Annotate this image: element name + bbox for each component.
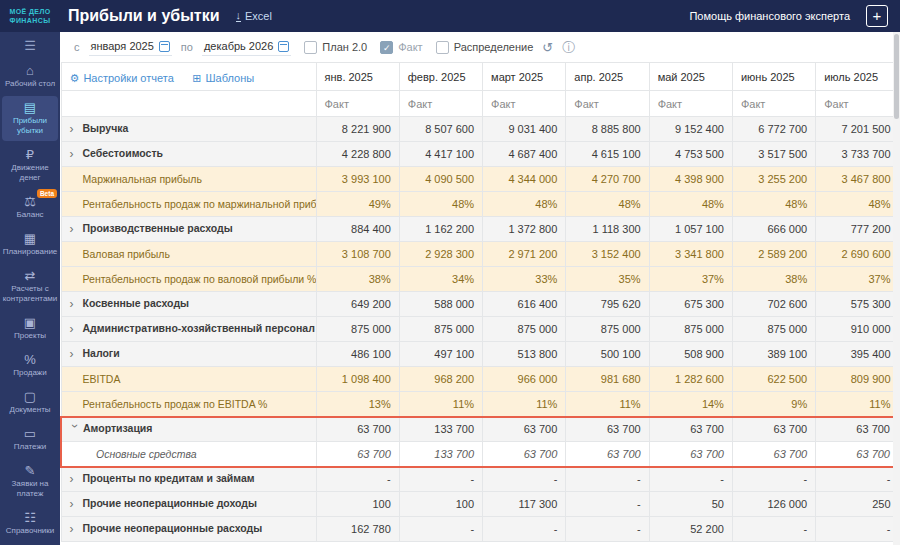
row-label-cell[interactable]: ›Производственные расходы [61, 217, 316, 242]
cell-value: 50 [649, 492, 732, 517]
cell-value: 675 300 [649, 292, 732, 317]
cell-value: 809 900 [816, 367, 899, 392]
cell-value: 4 753 500 [649, 142, 732, 167]
cell-value: 11% [816, 392, 899, 417]
chevron-right-icon[interactable]: › [70, 347, 83, 361]
cell-value: 8 885 800 [566, 117, 649, 142]
row-label-cell[interactable]: ›Прочие неоперационные доходы [61, 492, 316, 517]
cell-value: 63 700 [316, 417, 399, 442]
sidebar-item-dashboard[interactable]: ⌂Рабочий стол [2, 59, 58, 94]
add-button[interactable]: + [866, 5, 888, 27]
chevron-right-icon[interactable]: › [70, 522, 83, 536]
row-label-cell[interactable]: ›Амортизация [61, 417, 316, 442]
row-label-cell: Валовая прибыль [61, 242, 316, 267]
cell-value: 875 000 [399, 317, 482, 342]
distribution-checkbox[interactable]: Распределение [436, 41, 534, 54]
chevron-right-icon[interactable]: › [70, 122, 83, 136]
sidebar-item-sales[interactable]: %Продажи [2, 348, 58, 383]
book-icon: ☷ [24, 510, 36, 525]
fact-checkbox[interactable]: ✓ Факт [380, 41, 422, 54]
sidebar-item-projects[interactable]: ▣Проекты [2, 311, 58, 346]
cell-value: 875 000 [732, 317, 815, 342]
date-to-input[interactable]: декабрь 2026 [202, 38, 291, 56]
row-label-cell[interactable]: ›Проценты по кредитам и займам [61, 467, 316, 492]
beta-badge: Beta [37, 189, 57, 198]
chevron-right-icon[interactable]: › [70, 147, 83, 161]
cell-value: 500 100 [566, 342, 649, 367]
date-from-input[interactable]: января 2025 [89, 38, 172, 56]
table-row: Валовая прибыль3 108 7002 928 3002 971 2… [61, 242, 899, 267]
sidebar-item-payments[interactable]: ▭Платежи [2, 422, 58, 457]
chevron-right-icon[interactable]: › [70, 222, 83, 236]
sidebar-item-balance[interactable]: ⚖БалансBeta [2, 190, 58, 225]
sidebar-item-profit-loss[interactable]: ▤Прибыли убытки [2, 96, 58, 141]
cell-value: 48% [483, 192, 566, 217]
fact-subheader: Факт [649, 91, 732, 117]
table-row: ›Налоги486 100497 100513 800500 100508 9… [61, 342, 899, 367]
templates-link[interactable]: ⊞ Шаблоны [192, 72, 254, 85]
row-label-cell[interactable]: ›Косвенные расходы [61, 292, 316, 317]
sidebar-item-documents[interactable]: ▢Документы [2, 385, 58, 420]
scrollbar-thumb[interactable] [894, 34, 899, 119]
cell-value: 4 687 400 [483, 142, 566, 167]
cell-value: - [732, 517, 815, 542]
column-header: июнь 2025 [732, 63, 815, 91]
fact-subheader: Факт [816, 91, 899, 117]
refresh-icon[interactable]: ↺ [542, 41, 553, 54]
row-label: Прочие неоперационные доходы [83, 497, 258, 509]
date-to-label: по [181, 41, 193, 53]
chevron-down-icon[interactable]: › [68, 424, 82, 434]
cell-value: 13% [316, 392, 399, 417]
sidebar-item-directories[interactable]: ☷Справочники [2, 506, 58, 541]
cell-value: 38% [732, 267, 815, 292]
sidebar-item-planning[interactable]: ▦Планирование [2, 227, 58, 262]
row-label-cell[interactable]: ›Административно-хозяйственный персонал [61, 317, 316, 342]
cell-value: - [483, 467, 566, 492]
cell-value: - [816, 517, 899, 542]
menu-collapse-icon[interactable]: ☰ [0, 34, 60, 58]
cell-value: 37% [649, 267, 732, 292]
row-label-cell[interactable]: ›Выручка [61, 117, 316, 142]
distribution-checkbox-label: Распределение [454, 41, 534, 53]
cell-value: 33% [483, 267, 566, 292]
cell-value: 6 772 700 [732, 117, 815, 142]
row-label-cell[interactable]: ›Налоги [61, 342, 316, 367]
cell-value: 884 400 [316, 217, 399, 242]
table-row: Рентабельность продаж по маржинальной пр… [61, 192, 899, 217]
excel-export-link[interactable]: ↓ Excel [236, 10, 272, 22]
top-header: МОЁ ДЕЛО ФИНАНСЫ Прибыли и убытки ↓ Exce… [0, 0, 900, 32]
expert-help-link[interactable]: Помощь финансового эксперта [689, 10, 850, 22]
vertical-scrollbar[interactable] [893, 32, 900, 545]
fact-subheader: Факт [483, 91, 566, 117]
row-label: Рентабельность продаж по валовой прибыли… [83, 273, 317, 285]
cell-value: - [649, 467, 732, 492]
cell-value: - [316, 467, 399, 492]
sidebar-item-cash-flow[interactable]: ₽Движение денег [2, 143, 58, 188]
row-label-cell[interactable]: ›Себестоимость [61, 142, 316, 167]
cell-value: 48% [399, 192, 482, 217]
cell-value: 100 [399, 492, 482, 517]
report-settings-label: Настройки отчета [83, 72, 173, 84]
cell-value: 7 201 500 [816, 117, 899, 142]
row-label: EBITDA [83, 373, 121, 385]
info-icon[interactable]: ⓘ [562, 41, 575, 54]
pencil-icon: ✎ [25, 463, 36, 478]
row-label: Рентабельность продаж по маржинальной пр… [83, 198, 317, 210]
column-header: янв. 2025 [316, 63, 399, 91]
fact-header-row: ФактФактФактФактФактФактФакт [61, 91, 899, 117]
sidebar-item-counterparty-settlements[interactable]: ⇄Расчеты с контрагентами [2, 264, 58, 309]
app-logo[interactable]: МОЁ ДЕЛО ФИНАНСЫ [0, 7, 60, 25]
plan-checkbox[interactable]: План 2.0 [304, 41, 367, 54]
chevron-right-icon[interactable]: › [70, 297, 83, 311]
row-label: Производственные расходы [83, 222, 233, 234]
row-label-cell[interactable]: ›Прочие неоперационные расходы [61, 517, 316, 542]
chevron-right-icon[interactable]: › [70, 472, 83, 486]
chevron-right-icon[interactable]: › [70, 322, 83, 336]
cell-value: - [566, 517, 649, 542]
report-settings-link[interactable]: ⚙ Настройки отчета [70, 72, 174, 85]
cell-value: 622 500 [732, 367, 815, 392]
download-icon: ↓ [236, 11, 242, 22]
cell-value: 3 467 800 [816, 167, 899, 192]
sidebar-item-payment-requests[interactable]: ✎Заявки на платеж [2, 459, 58, 504]
chevron-right-icon[interactable]: › [70, 497, 83, 511]
